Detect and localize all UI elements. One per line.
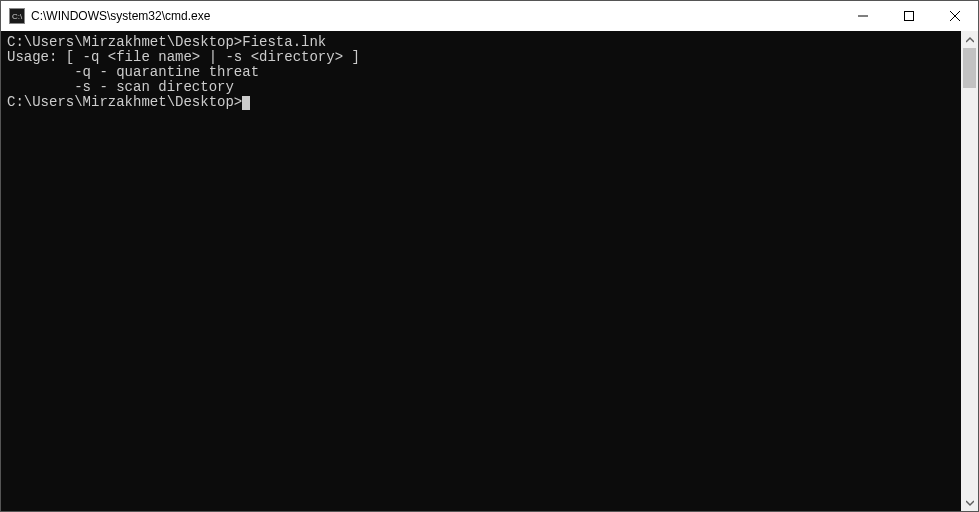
terminal-line: C:\Users\Mirzakhmet\Desktop>Fiesta.lnk (7, 35, 955, 50)
cmd-window: C:\ C:\WINDOWS\system32\cmd.exe C:\Users… (0, 0, 979, 512)
minimize-button[interactable] (840, 1, 886, 31)
chevron-down-icon (966, 499, 974, 507)
close-button[interactable] (932, 1, 978, 31)
cmd-icon: C:\ (9, 8, 25, 24)
vertical-scrollbar[interactable] (961, 31, 978, 511)
svg-rect-0 (905, 12, 914, 21)
scroll-thumb[interactable] (963, 48, 976, 88)
maximize-button[interactable] (886, 1, 932, 31)
terminal-output[interactable]: C:\Users\Mirzakhmet\Desktop>Fiesta.lnkUs… (1, 31, 961, 511)
terminal-line: C:\Users\Mirzakhmet\Desktop> (7, 95, 955, 110)
scroll-track[interactable] (961, 48, 978, 494)
close-icon (950, 11, 960, 21)
terminal-cursor (242, 96, 250, 110)
titlebar[interactable]: C:\ C:\WINDOWS\system32\cmd.exe (1, 1, 978, 31)
client-area: C:\Users\Mirzakhmet\Desktop>Fiesta.lnkUs… (1, 31, 978, 511)
terminal-line: -s - scan directory (7, 80, 955, 95)
terminal-line: -q - quarantine threat (7, 65, 955, 80)
minimize-icon (858, 11, 868, 21)
maximize-icon (904, 11, 914, 21)
chevron-up-icon (966, 36, 974, 44)
window-title: C:\WINDOWS\system32\cmd.exe (31, 9, 210, 23)
scroll-up-arrow[interactable] (961, 31, 978, 48)
terminal-line: Usage: [ -q <file name> | -s <directory>… (7, 50, 955, 65)
scroll-down-arrow[interactable] (961, 494, 978, 511)
